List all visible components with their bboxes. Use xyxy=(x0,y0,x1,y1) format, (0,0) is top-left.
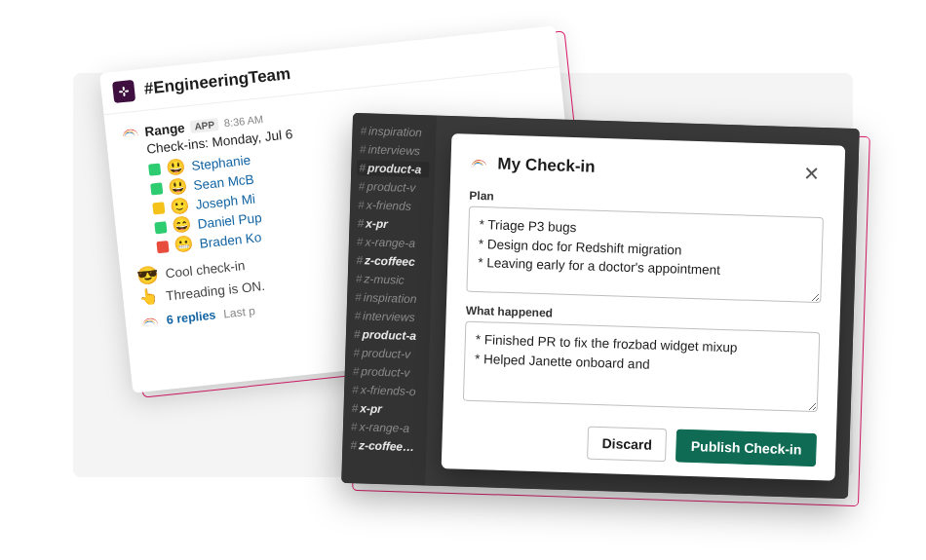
person-link[interactable]: Daniel Pup xyxy=(197,209,262,231)
hash-icon: # xyxy=(359,161,366,174)
range-modal-icon xyxy=(470,155,488,173)
sidebar-channel-item[interactable]: #inspiration xyxy=(353,289,425,307)
sidebar-channel-item[interactable]: #product-v xyxy=(356,178,428,196)
modal-title: My Check-in xyxy=(497,155,596,177)
hash-icon: # xyxy=(352,383,359,396)
person-link[interactable]: Sean McB xyxy=(193,171,255,192)
sidebar-channel-item[interactable]: #x-range-a xyxy=(355,234,427,251)
happened-textarea[interactable] xyxy=(463,321,820,412)
sidebar-channel-item[interactable]: #z-music xyxy=(354,271,426,288)
person-link[interactable]: Joseph Mi xyxy=(195,191,256,211)
close-icon: ✕ xyxy=(803,163,821,185)
hash-icon: # xyxy=(359,179,366,193)
sidebar-channel-item[interactable]: #z-coffeecooler xyxy=(348,437,420,455)
discard-button[interactable]: Discard xyxy=(587,427,667,463)
close-button[interactable]: ✕ xyxy=(797,160,826,188)
sidebar-channel-item[interactable]: #z-coffeec xyxy=(354,252,426,270)
hash-icon: # xyxy=(357,216,364,230)
sidebar-channel-item[interactable]: #interviews xyxy=(358,141,430,159)
point-up-icon: 👆 xyxy=(138,288,160,306)
sidebar-channel-item[interactable]: #x-pr xyxy=(349,400,421,418)
mood-emoji-icon: 😃 xyxy=(166,159,187,176)
status-square-icon xyxy=(148,163,161,175)
status-square-icon xyxy=(150,182,163,195)
sidebar-channel-item[interactable]: #inspiration xyxy=(358,123,430,140)
hash-icon: # xyxy=(351,401,358,415)
threading-text: Threading is ON. xyxy=(165,278,265,303)
slack-logo-icon xyxy=(112,80,135,103)
replies-last: Last p xyxy=(223,304,256,320)
cool-checkin-text: Cool check-in xyxy=(165,257,246,280)
svg-rect-2 xyxy=(123,87,125,91)
mood-emoji-icon: 😃 xyxy=(168,178,189,196)
cool-emoji-icon: 😎 xyxy=(135,265,159,284)
hash-icon: # xyxy=(354,309,361,322)
person-link[interactable]: Braden Ko xyxy=(199,230,262,251)
hash-icon: # xyxy=(350,438,357,452)
status-square-icon xyxy=(152,202,165,214)
modal-backdrop: My Check-in ✕ Plan What happened Discard… xyxy=(425,116,860,499)
sidebar-channel-item[interactable]: #product-a xyxy=(352,326,424,344)
hash-icon: # xyxy=(360,124,367,137)
hash-icon: # xyxy=(353,346,360,359)
sidebar-channel-item[interactable]: #product-v xyxy=(351,345,423,362)
sidebar-channel-item[interactable]: #x-range-a xyxy=(349,419,421,436)
range-app-icon xyxy=(121,124,140,143)
mood-emoji-icon: 😄 xyxy=(172,216,193,234)
hash-icon: # xyxy=(354,327,361,341)
channel-sidebar: #inspiration#interviews#product-a#produc… xyxy=(341,113,437,486)
sidebar-channel-item[interactable]: #interviews xyxy=(352,308,424,325)
sidebar-channel-item[interactable]: #product-v xyxy=(351,363,423,381)
message-timestamp: 8:36 AM xyxy=(223,113,263,129)
sidebar-channel-item[interactable]: #x-pr xyxy=(355,215,427,233)
status-square-icon xyxy=(156,241,169,253)
hash-icon: # xyxy=(360,142,367,156)
publish-button[interactable]: Publish Check-in xyxy=(675,429,817,467)
hash-icon: # xyxy=(356,253,363,267)
sidebar-channel-item[interactable]: #x-friends-o xyxy=(350,382,422,399)
person-link[interactable]: Stephanie xyxy=(191,152,251,172)
svg-rect-1 xyxy=(125,90,129,92)
app-window: #inspiration#interviews#product-a#produc… xyxy=(341,113,860,499)
checkin-modal: My Check-in ✕ Plan What happened Discard… xyxy=(442,133,846,481)
hash-icon: # xyxy=(357,235,364,248)
mood-emoji-icon: 😬 xyxy=(174,236,195,253)
hash-icon: # xyxy=(355,290,362,304)
sidebar-channel-item[interactable]: #product-a xyxy=(357,160,429,177)
hash-icon: # xyxy=(351,420,358,433)
status-square-icon xyxy=(154,221,167,234)
plan-textarea[interactable] xyxy=(466,206,824,303)
hash-icon: # xyxy=(358,198,365,211)
app-name: Range xyxy=(144,120,186,138)
svg-rect-0 xyxy=(119,91,123,93)
range-reply-icon xyxy=(140,313,160,332)
svg-rect-3 xyxy=(123,93,125,96)
sidebar-channel-item[interactable]: #x-friends xyxy=(356,197,428,214)
hash-icon: # xyxy=(356,272,363,285)
hash-icon: # xyxy=(353,364,360,378)
replies-link[interactable]: 6 replies xyxy=(166,308,216,326)
mood-emoji-icon: 🙂 xyxy=(170,198,191,215)
app-tag: APP xyxy=(190,118,219,133)
channel-name[interactable]: #EngineeringTeam xyxy=(143,64,291,99)
